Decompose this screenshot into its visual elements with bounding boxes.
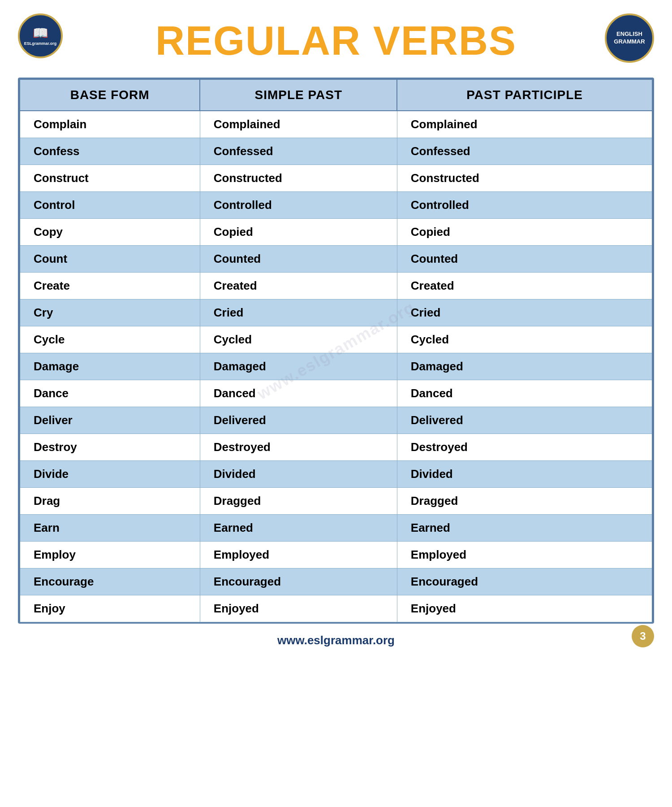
past-participle-cell: Cried <box>397 299 652 326</box>
simple-past-cell: Cried <box>200 299 397 326</box>
base-form-cell: Count <box>20 246 200 273</box>
table-row: DivideDividedDivided <box>20 461 652 488</box>
past-participle-cell: Complained <box>397 111 652 138</box>
table-row: EarnEarnedEarned <box>20 515 652 542</box>
page-number: 3 <box>632 625 654 647</box>
table-row: CreateCreatedCreated <box>20 273 652 299</box>
base-form-cell: Copy <box>20 219 200 246</box>
base-form-cell: Earn <box>20 515 200 542</box>
base-form-cell: Control <box>20 192 200 219</box>
past-participle-cell: Counted <box>397 246 652 273</box>
table-row: ComplainComplainedComplained <box>20 111 652 138</box>
past-participle-cell: Confessed <box>397 138 652 165</box>
logo-book-icon: 📖 <box>33 26 48 40</box>
simple-past-cell: Dragged <box>200 488 397 515</box>
base-form-cell: Encourage <box>20 568 200 595</box>
base-form-cell: Construct <box>20 165 200 192</box>
past-participle-cell: Delivered <box>397 407 652 434</box>
table-row: ConstructConstructedConstructed <box>20 165 652 192</box>
simple-past-cell: Complained <box>200 111 397 138</box>
col-header-simple-past: SIMPLE PAST <box>200 79 397 111</box>
table-row: EnjoyEnjoyedEnjoyed <box>20 595 652 622</box>
col-header-past-participle: PAST PARTICIPLE <box>397 79 652 111</box>
english-grammar-badge: ENGLISH GRAMMAR <box>605 13 654 63</box>
base-form-cell: Drag <box>20 488 200 515</box>
simple-past-cell: Cycled <box>200 326 397 353</box>
simple-past-cell: Created <box>200 273 397 299</box>
simple-past-cell: Earned <box>200 515 397 542</box>
table-row: DanceDancedDanced <box>20 380 652 407</box>
col-header-base: BASE FORM <box>20 79 200 111</box>
table-row: ControlControlledControlled <box>20 192 652 219</box>
past-participle-cell: Earned <box>397 515 652 542</box>
footer: www.eslgrammar.org 3 <box>18 633 654 647</box>
simple-past-cell: Damaged <box>200 353 397 380</box>
past-participle-cell: Constructed <box>397 165 652 192</box>
simple-past-cell: Encouraged <box>200 568 397 595</box>
past-participle-cell: Damaged <box>397 353 652 380</box>
past-participle-cell: Controlled <box>397 192 652 219</box>
table-row: ConfessConfessedConfessed <box>20 138 652 165</box>
base-form-cell: Deliver <box>20 407 200 434</box>
table-row: DragDraggedDragged <box>20 488 652 515</box>
page: 📖 ESLgrammar.org REGULAR VERBS ENGLISH G… <box>0 0 672 807</box>
base-form-cell: Confess <box>20 138 200 165</box>
logo: 📖 ESLgrammar.org <box>18 13 63 58</box>
table-row: DamageDamagedDamaged <box>20 353 652 380</box>
table-row: EncourageEncouragedEncouraged <box>20 568 652 595</box>
simple-past-cell: Enjoyed <box>200 595 397 622</box>
table-row: CryCriedCried <box>20 299 652 326</box>
simple-past-cell: Destroyed <box>200 434 397 461</box>
simple-past-cell: Copied <box>200 219 397 246</box>
base-form-cell: Employ <box>20 542 200 568</box>
table-row: CopyCopiedCopied <box>20 219 652 246</box>
past-participle-cell: Destroyed <box>397 434 652 461</box>
past-participle-cell: Encouraged <box>397 568 652 595</box>
verbs-table: BASE FORM SIMPLE PAST PAST PARTICIPLE Co… <box>19 79 653 622</box>
badge-line2: GRAMMAR <box>614 38 645 46</box>
header: 📖 ESLgrammar.org REGULAR VERBS ENGLISH G… <box>18 13 654 69</box>
past-participle-cell: Copied <box>397 219 652 246</box>
base-form-cell: Cycle <box>20 326 200 353</box>
table-row: CountCountedCounted <box>20 246 652 273</box>
table-row: EmployEmployedEmployed <box>20 542 652 568</box>
table-row: DeliverDeliveredDelivered <box>20 407 652 434</box>
footer-url: www.eslgrammar.org <box>277 633 395 647</box>
past-participle-cell: Divided <box>397 461 652 488</box>
simple-past-cell: Delivered <box>200 407 397 434</box>
base-form-cell: Cry <box>20 299 200 326</box>
past-participle-cell: Employed <box>397 542 652 568</box>
table-container: BASE FORM SIMPLE PAST PAST PARTICIPLE Co… <box>18 78 654 624</box>
past-participle-cell: Enjoyed <box>397 595 652 622</box>
base-form-cell: Complain <box>20 111 200 138</box>
simple-past-cell: Danced <box>200 380 397 407</box>
past-participle-cell: Danced <box>397 380 652 407</box>
logo-text: ESLgrammar.org <box>24 41 57 46</box>
past-participle-cell: Created <box>397 273 652 299</box>
base-form-cell: Divide <box>20 461 200 488</box>
base-form-cell: Damage <box>20 353 200 380</box>
table-wrapper: www.eslgrammar.org BASE FORM SIMPLE PAST… <box>18 78 654 624</box>
page-title: REGULAR VERBS <box>155 18 517 64</box>
base-form-cell: Dance <box>20 380 200 407</box>
table-row: DestroyDestroyedDestroyed <box>20 434 652 461</box>
past-participle-cell: Cycled <box>397 326 652 353</box>
past-participle-cell: Dragged <box>397 488 652 515</box>
base-form-cell: Create <box>20 273 200 299</box>
simple-past-cell: Divided <box>200 461 397 488</box>
simple-past-cell: Employed <box>200 542 397 568</box>
simple-past-cell: Controlled <box>200 192 397 219</box>
simple-past-cell: Counted <box>200 246 397 273</box>
table-row: CycleCycledCycled <box>20 326 652 353</box>
badge-line1: ENGLISH <box>616 30 642 38</box>
simple-past-cell: Confessed <box>200 138 397 165</box>
base-form-cell: Enjoy <box>20 595 200 622</box>
simple-past-cell: Constructed <box>200 165 397 192</box>
base-form-cell: Destroy <box>20 434 200 461</box>
